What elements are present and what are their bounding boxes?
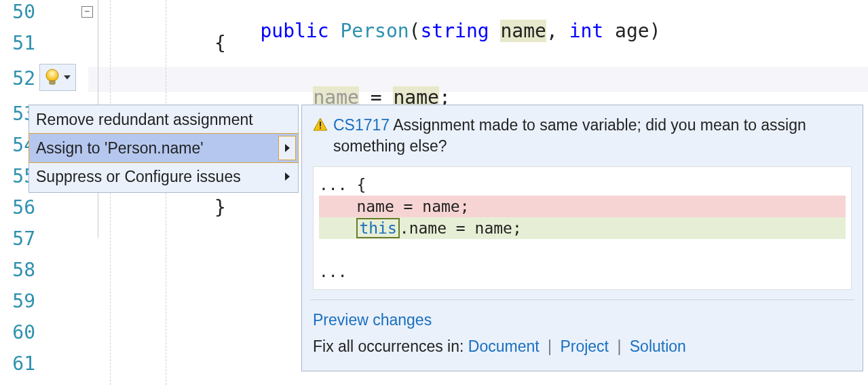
- lightbulb-icon: [45, 69, 60, 86]
- preview-changes-link[interactable]: Preview changes: [313, 311, 432, 329]
- warning-code-link[interactable]: CS1717: [333, 116, 390, 134]
- fold-toggle[interactable]: −: [81, 6, 93, 18]
- svg-rect-4: [320, 128, 321, 129]
- line-number: 52: [0, 69, 35, 88]
- diff-ellipsis: ...: [319, 263, 347, 280]
- warning-header: CS1717 Assignment made to same variable;…: [313, 115, 852, 157]
- chevron-down-icon: [64, 75, 71, 79]
- diff-preview: ... { name = name; this.name = name; ...: [313, 166, 852, 290]
- chevron-right-icon: [285, 144, 290, 152]
- diff-add-indent: [319, 219, 356, 237]
- line-number: 56: [0, 198, 35, 217]
- quick-actions-menu: Remove redundant assignment Assign to 'P…: [29, 105, 299, 193]
- fix-scope-project-link[interactable]: Project: [560, 337, 609, 355]
- svg-rect-1: [50, 81, 55, 84]
- diff-brace-open: {: [356, 176, 366, 194]
- warning-text: Assignment made to same variable; did yo…: [333, 116, 806, 155]
- line-number: 58: [0, 261, 35, 280]
- diff-add-rest: .name = name;: [400, 219, 522, 237]
- separator: |: [617, 337, 621, 355]
- line-number: 57: [0, 230, 35, 249]
- quick-action-assign-to-person-name[interactable]: Assign to 'Person.name': [29, 133, 299, 163]
- keyword-this-box: this: [356, 218, 399, 238]
- diff-blank: [319, 239, 846, 261]
- quick-action-label: Assign to 'Person.name': [36, 139, 204, 158]
- line-number: 51: [0, 34, 35, 53]
- fix-scope-solution-link[interactable]: Solution: [630, 337, 686, 355]
- separator: |: [548, 337, 552, 355]
- diff-removed-line: name = name;: [319, 196, 846, 217]
- quick-action-label: Remove redundant assignment: [36, 111, 253, 129]
- svg-point-0: [46, 69, 58, 81]
- line-number: 59: [0, 292, 35, 311]
- code-editor[interactable]: 50 51 52 53 54 55 56 57 58 59 60 61 − pu…: [0, 0, 868, 385]
- line-number: 61: [0, 354, 35, 373]
- code-line-51[interactable]: {: [214, 34, 868, 53]
- line-number: 60: [0, 323, 35, 342]
- quick-action-suppress-configure[interactable]: Suppress or Configure issues: [29, 162, 298, 191]
- fix-all-label: Fix all occurrences in:: [313, 337, 468, 355]
- diff-ellipsis: ...: [319, 176, 347, 194]
- fix-scope-document-link[interactable]: Document: [468, 337, 540, 355]
- submenu-indicator-box[interactable]: [278, 136, 296, 160]
- quick-action-label: Suppress or Configure issues: [36, 168, 241, 186]
- chevron-right-icon: [285, 172, 290, 181]
- warning-icon: [313, 116, 328, 131]
- diff-added-line: this.name = name;: [319, 217, 846, 239]
- line-number: 50: [0, 3, 35, 22]
- fix-preview-flyout: CS1717 Assignment made to same variable;…: [301, 105, 863, 371]
- svg-rect-3: [320, 122, 321, 126]
- lightbulb-button[interactable]: [39, 64, 76, 91]
- quick-action-remove-redundant[interactable]: Remove redundant assignment: [29, 105, 298, 134]
- divider: [310, 299, 854, 300]
